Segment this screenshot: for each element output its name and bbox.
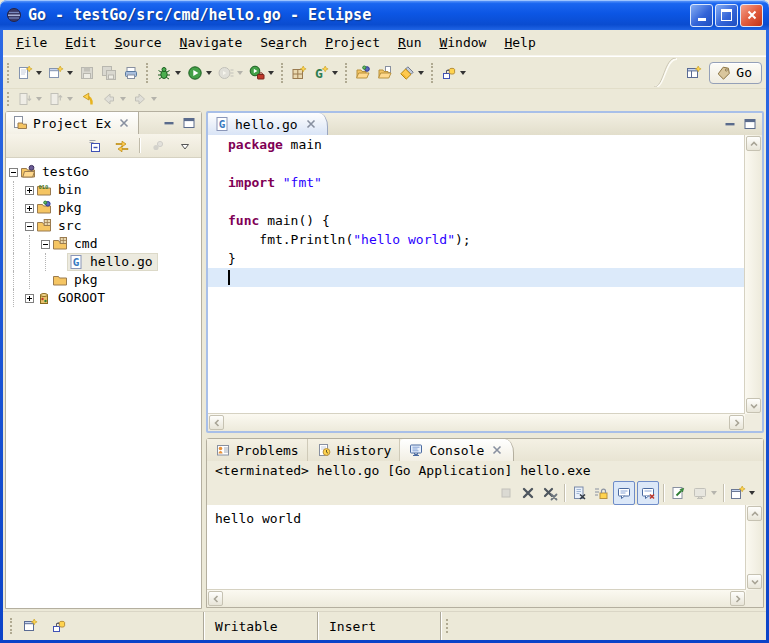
profile-button[interactable] xyxy=(216,61,245,85)
previous-annotation-button[interactable] xyxy=(46,90,75,109)
tree-item-pkg[interactable]: pkg xyxy=(6,199,201,217)
last-edit-location-button[interactable] xyxy=(77,90,97,109)
maximize-editor-button[interactable] xyxy=(741,116,759,132)
save-all-button[interactable] xyxy=(99,61,119,85)
open-console-button[interactable] xyxy=(728,482,757,504)
menu-navigate[interactable]: Navigate xyxy=(171,32,252,53)
toolbar-grip[interactable] xyxy=(7,92,9,106)
new-go-element-dropdown-arrow[interactable] xyxy=(332,71,338,75)
run-dropdown-arrow[interactable] xyxy=(206,71,212,75)
tree-expander[interactable] xyxy=(22,181,36,199)
scroll-down-button[interactable] xyxy=(746,398,761,413)
menu-help[interactable]: Help xyxy=(495,32,544,53)
title-bar[interactable]: Go - testGo/src/cmd/hello.go - Eclipse xyxy=(0,0,769,30)
new-go-package-button[interactable] xyxy=(289,61,309,85)
debug-button[interactable] xyxy=(154,61,183,85)
back-button[interactable] xyxy=(99,90,128,109)
save-button[interactable] xyxy=(77,61,97,85)
show-stdout-button[interactable] xyxy=(613,481,635,505)
close-button[interactable] xyxy=(740,4,763,27)
tab-problems[interactable]: Problems xyxy=(207,439,308,461)
run-external-tools-button[interactable] xyxy=(247,61,276,85)
tree-item-cmd[interactable]: cmd xyxy=(6,235,201,253)
terminate-button[interactable] xyxy=(496,482,516,504)
run-button[interactable] xyxy=(185,61,214,85)
toolbar-grip[interactable] xyxy=(7,63,9,83)
new-wizard-dropdown-arrow[interactable] xyxy=(36,71,42,75)
debug-dropdown-arrow[interactable] xyxy=(175,71,181,75)
toolbar-grip[interactable] xyxy=(345,63,347,83)
annotation-trim-button[interactable] xyxy=(49,614,69,638)
menu-window[interactable]: Window xyxy=(430,32,495,53)
annotation-navigation-dropdown-arrow[interactable] xyxy=(460,71,466,75)
maximize-button[interactable] xyxy=(715,4,738,27)
display-console-button[interactable] xyxy=(690,482,719,504)
minimize-view-button[interactable] xyxy=(160,115,178,131)
go-perspective-button[interactable]: Go xyxy=(709,62,762,84)
tree-item-testgo[interactable]: testGo xyxy=(6,163,201,181)
tree-expander[interactable] xyxy=(22,217,36,235)
editor-vertical-scrollbar[interactable] xyxy=(744,135,762,414)
previous-annotation-dropdown-arrow[interactable] xyxy=(67,97,73,101)
console-scroll-left-button[interactable] xyxy=(208,591,223,606)
filters-button[interactable] xyxy=(145,136,170,156)
tree-expander[interactable] xyxy=(6,163,20,181)
forward-button[interactable] xyxy=(130,90,159,109)
tree-expander[interactable] xyxy=(22,289,36,307)
menu-search[interactable]: Search xyxy=(251,32,316,53)
next-annotation-button[interactable] xyxy=(15,90,44,109)
annotation-navigation-button[interactable] xyxy=(439,61,468,85)
tree-expander[interactable] xyxy=(38,235,52,253)
close-view-icon[interactable] xyxy=(116,115,132,131)
maximize-view-button[interactable] xyxy=(180,115,198,131)
menu-project[interactable]: Project xyxy=(316,32,389,53)
tree-expander[interactable] xyxy=(22,199,36,217)
toolbar-grip[interactable] xyxy=(281,63,283,83)
collapse-all-button[interactable] xyxy=(82,136,107,156)
tab-history[interactable]: History xyxy=(308,439,401,461)
toolbar-grip[interactable] xyxy=(431,63,433,83)
scroll-right-button[interactable] xyxy=(729,415,744,430)
pin-console-button[interactable] xyxy=(668,482,688,504)
menu-source[interactable]: Source xyxy=(106,32,171,53)
scroll-left-button[interactable] xyxy=(209,415,224,430)
back-dropdown-arrow[interactable] xyxy=(120,97,126,101)
minimize-editor-button[interactable] xyxy=(721,116,739,132)
tree-item-src[interactable]: src xyxy=(6,217,201,235)
tab-console[interactable]: Console xyxy=(400,439,514,461)
tree-item-bin[interactable]: 010bin xyxy=(6,181,201,199)
console-scroll-down-button[interactable] xyxy=(747,574,762,589)
next-annotation-dropdown-arrow[interactable] xyxy=(36,97,42,101)
minimize-button[interactable] xyxy=(690,4,713,27)
tree-item-pkg[interactable]: pkg xyxy=(6,271,201,289)
toolbar-grip[interactable] xyxy=(146,63,148,83)
menu-file[interactable]: File xyxy=(7,32,56,53)
profile-dropdown-arrow[interactable] xyxy=(237,71,243,75)
console-scroll-up-button[interactable] xyxy=(747,506,762,521)
search-dropdown-arrow[interactable] xyxy=(418,71,424,75)
view-menu-button[interactable] xyxy=(172,136,197,156)
console-scroll-right-button[interactable] xyxy=(730,591,745,606)
console-output[interactable]: hello world xyxy=(207,505,746,590)
open-perspective-button[interactable] xyxy=(684,61,704,85)
tree-item-hello-go[interactable]: Ghello.go xyxy=(6,253,201,271)
new-go-element-button[interactable]: G xyxy=(311,61,340,85)
forward-dropdown-arrow[interactable] xyxy=(151,97,157,101)
fast-view-button[interactable] xyxy=(20,614,40,638)
search-button[interactable] xyxy=(397,61,426,85)
menu-edit[interactable]: Edit xyxy=(56,32,105,53)
link-with-editor-button[interactable] xyxy=(109,136,134,156)
import-wizard-button[interactable] xyxy=(353,61,373,85)
new-wizard-button[interactable] xyxy=(15,61,44,85)
remove-all-terminated-button[interactable] xyxy=(540,482,560,504)
tree-item-goroot[interactable]: GOROOT xyxy=(6,289,201,307)
print-button[interactable] xyxy=(121,61,141,85)
open-console-dropdown-arrow[interactable] xyxy=(749,491,755,495)
run-external-tools-dropdown-arrow[interactable] xyxy=(268,71,274,75)
console-vertical-scrollbar[interactable] xyxy=(745,505,763,590)
show-stderr-button[interactable] xyxy=(637,481,659,505)
editor-horizontal-scrollbar[interactable] xyxy=(208,413,745,431)
new-project-button[interactable] xyxy=(46,61,75,85)
scroll-up-button[interactable] xyxy=(746,136,761,151)
trim-grip[interactable] xyxy=(10,618,12,634)
